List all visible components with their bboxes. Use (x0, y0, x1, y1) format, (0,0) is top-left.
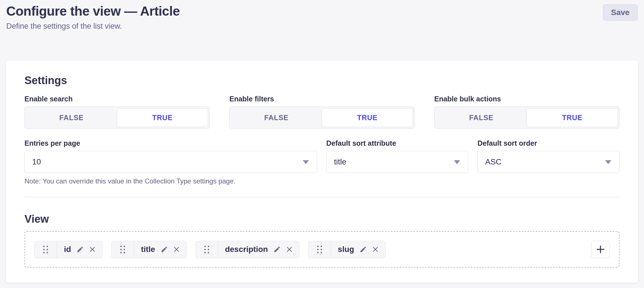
enable-bulk-actions-field: Enable bulk actions FALSE TRUE (434, 95, 620, 129)
enable-filters-true-option[interactable]: TRUE (322, 108, 413, 127)
field-chip-label: title (141, 245, 155, 254)
enable-filters-field: Enable filters FALSE TRUE (229, 95, 415, 129)
plus-icon (595, 244, 606, 254)
drag-handle-icon[interactable] (34, 241, 57, 258)
field-chip-label: description (225, 245, 268, 254)
field-chip-id[interactable]: id (34, 241, 103, 258)
close-icon[interactable] (173, 246, 180, 252)
chevron-down-icon (303, 160, 309, 164)
default-sort-order-label: Default sort order (477, 139, 620, 147)
enable-search-false-option[interactable]: FALSE (26, 108, 117, 127)
entries-per-page-value: 10 (32, 157, 41, 166)
pencil-icon[interactable] (360, 246, 367, 253)
enable-bulk-actions-false-option[interactable]: FALSE (436, 108, 527, 127)
page-header: Configure the view — Article Define the … (0, 0, 644, 31)
chevron-down-icon (454, 160, 460, 164)
pencil-icon[interactable] (161, 246, 168, 253)
view-section-heading: View (24, 212, 620, 226)
default-sort-order-value: ASC (485, 157, 502, 166)
toggle-row: Enable search FALSE TRUE Enable filters … (24, 95, 620, 129)
enable-bulk-actions-toggle: FALSE TRUE (434, 107, 620, 129)
close-icon[interactable] (89, 246, 95, 252)
default-sort-order-select[interactable]: ASC (477, 151, 620, 173)
field-chip-title[interactable]: title (111, 241, 187, 258)
field-chip-label: id (64, 245, 71, 254)
add-field-button[interactable] (591, 241, 610, 258)
entries-per-page-select[interactable]: 10 (24, 151, 317, 173)
enable-search-toggle: FALSE TRUE (24, 107, 210, 129)
drag-handle-icon[interactable] (196, 241, 218, 258)
enable-search-label: Enable search (24, 95, 210, 103)
chevron-down-icon (605, 160, 611, 164)
default-sort-order-field: Default sort order ASC (477, 139, 620, 185)
close-icon[interactable] (286, 246, 292, 252)
enable-bulk-actions-label: Enable bulk actions (434, 95, 620, 103)
pencil-icon[interactable] (76, 246, 84, 253)
pencil-icon[interactable] (273, 246, 281, 253)
field-chip-label: slug (338, 245, 354, 254)
default-sort-attribute-value: title (334, 157, 346, 166)
enable-filters-label: Enable filters (229, 95, 415, 103)
enable-filters-toggle: FALSE TRUE (229, 107, 415, 129)
page-subtitle: Define the settings of the list view. (6, 21, 638, 31)
entries-per-page-label: Entries per page (24, 139, 317, 147)
settings-section-heading: Settings (24, 74, 620, 87)
drag-handle-icon[interactable] (308, 241, 331, 258)
section-divider (24, 197, 620, 197)
enable-search-field: Enable search FALSE TRUE (24, 95, 210, 129)
field-chip-slug[interactable]: slug (308, 241, 386, 258)
field-chip-description[interactable]: description (195, 241, 300, 258)
view-fields-drop-zone: id title (24, 231, 620, 268)
enable-bulk-actions-true-option[interactable]: TRUE (527, 108, 618, 127)
settings-card: Settings Enable search FALSE TRUE Enable… (6, 60, 638, 283)
save-button[interactable]: Save (603, 4, 638, 21)
drag-handle-icon[interactable] (111, 241, 134, 258)
close-icon[interactable] (372, 246, 379, 252)
default-sort-attribute-label: Default sort attribute (326, 139, 468, 147)
enable-filters-false-option[interactable]: FALSE (231, 108, 322, 127)
page-title: Configure the view — Article (6, 3, 638, 19)
enable-search-true-option[interactable]: TRUE (117, 108, 208, 127)
entries-per-page-field: Entries per page 10 Note: You can overri… (24, 139, 317, 185)
default-sort-attribute-select[interactable]: title (326, 151, 468, 173)
select-row: Entries per page 10 Note: You can overri… (24, 139, 620, 185)
entries-per-page-note: Note: You can override this value in the… (24, 177, 317, 185)
default-sort-attribute-field: Default sort attribute title (326, 139, 468, 185)
